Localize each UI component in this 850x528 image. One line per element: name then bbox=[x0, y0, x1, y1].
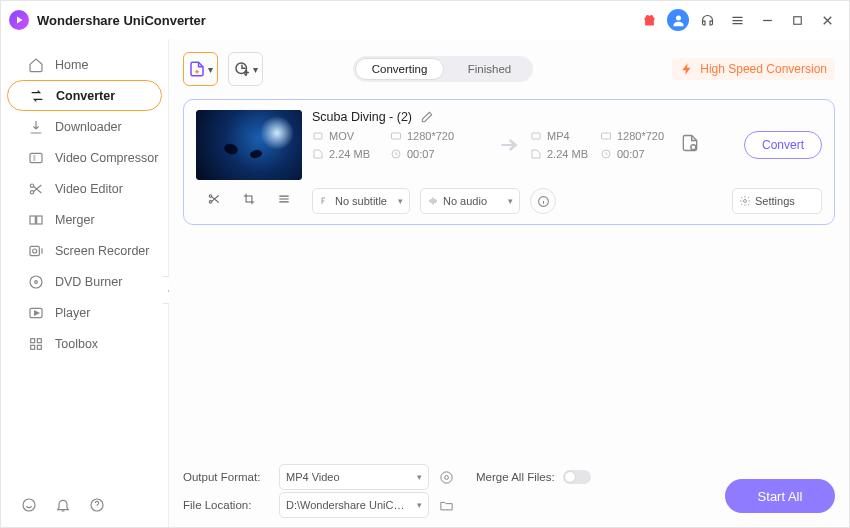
start-all-button[interactable]: Start All bbox=[725, 479, 835, 513]
svg-rect-13 bbox=[37, 338, 41, 342]
help-icon[interactable] bbox=[89, 497, 105, 517]
grid-icon bbox=[27, 335, 45, 353]
gift-icon[interactable] bbox=[637, 8, 661, 32]
more-icon[interactable] bbox=[277, 192, 291, 210]
svg-rect-23 bbox=[602, 133, 611, 139]
file-settings-button[interactable]: Settings bbox=[732, 188, 822, 214]
tab-converting[interactable]: Converting bbox=[355, 58, 444, 80]
audio-value: No audio bbox=[443, 195, 487, 207]
source-size: 2.24 MB bbox=[312, 148, 390, 160]
recorder-icon bbox=[27, 242, 45, 260]
maximize-icon[interactable] bbox=[785, 8, 809, 32]
merge-label: Merge All Files: bbox=[476, 471, 555, 483]
svg-rect-6 bbox=[37, 216, 42, 224]
scissors-icon bbox=[27, 180, 45, 198]
chevron-down-icon: ▾ bbox=[253, 64, 258, 75]
sidebar-item-label: Player bbox=[55, 306, 90, 320]
file-title: Scuba Diving - (2) bbox=[312, 110, 412, 124]
source-format: MOV bbox=[312, 130, 390, 142]
sidebar-item-downloader[interactable]: Downloader bbox=[7, 111, 162, 142]
menu-icon[interactable] bbox=[725, 8, 749, 32]
add-url-button[interactable]: ▾ bbox=[228, 52, 263, 86]
video-thumbnail[interactable] bbox=[196, 110, 302, 180]
sidebar-item-label: Merger bbox=[55, 213, 95, 227]
crop-icon[interactable] bbox=[242, 192, 256, 210]
source-resolution: 1280*720 bbox=[390, 130, 480, 142]
download-icon bbox=[27, 118, 45, 136]
arrow-right-icon bbox=[490, 132, 530, 158]
tab-finished[interactable]: Finished bbox=[446, 56, 533, 82]
tab-label: Finished bbox=[468, 63, 511, 75]
info-button[interactable] bbox=[530, 188, 556, 214]
svg-point-8 bbox=[33, 249, 37, 253]
feedback-icon[interactable] bbox=[21, 497, 37, 517]
sidebar-item-converter[interactable]: Converter bbox=[7, 80, 162, 111]
gear-icon bbox=[739, 195, 751, 207]
support-icon[interactable] bbox=[695, 8, 719, 32]
target-size: 2.24 MB bbox=[530, 148, 600, 160]
home-icon bbox=[27, 56, 45, 74]
high-speed-toggle[interactable]: High Speed Conversion bbox=[672, 58, 835, 80]
sidebar-item-merger[interactable]: Merger bbox=[7, 204, 162, 235]
close-icon[interactable] bbox=[815, 8, 839, 32]
play-icon bbox=[27, 304, 45, 322]
subtitle-select[interactable]: No subtitle▾ bbox=[312, 188, 410, 214]
sidebar-item-label: Screen Recorder bbox=[55, 244, 150, 258]
compress-icon bbox=[27, 149, 45, 167]
disc-icon bbox=[27, 273, 45, 291]
svg-point-27 bbox=[209, 201, 212, 204]
target-resolution: 1280*720 bbox=[600, 130, 680, 142]
bell-icon[interactable] bbox=[55, 497, 71, 517]
svg-point-10 bbox=[35, 280, 38, 283]
trim-icon[interactable] bbox=[207, 192, 221, 210]
target-format: MP4 bbox=[530, 130, 600, 142]
open-folder-icon[interactable] bbox=[439, 498, 454, 513]
svg-rect-5 bbox=[30, 216, 35, 224]
output-settings-icon[interactable] bbox=[439, 470, 454, 485]
user-avatar-icon[interactable] bbox=[667, 9, 689, 31]
sidebar-item-recorder[interactable]: Screen Recorder bbox=[7, 235, 162, 266]
sidebar-item-toolbox[interactable]: Toolbox bbox=[7, 328, 162, 359]
svg-point-0 bbox=[676, 15, 681, 20]
tab-label: Converting bbox=[372, 63, 428, 75]
audio-select[interactable]: No audio▾ bbox=[420, 188, 520, 214]
audio-icon bbox=[427, 195, 439, 207]
target-duration: 00:07 bbox=[600, 148, 680, 160]
converter-icon bbox=[28, 87, 46, 105]
sidebar-item-player[interactable]: Player bbox=[7, 297, 162, 328]
sidebar-item-label: Video Compressor bbox=[55, 151, 158, 165]
svg-rect-2 bbox=[30, 153, 42, 162]
svg-rect-20 bbox=[392, 133, 401, 139]
svg-point-31 bbox=[441, 471, 452, 482]
sidebar-item-editor[interactable]: Video Editor bbox=[7, 173, 162, 204]
status-tabs: Converting Finished bbox=[353, 56, 533, 82]
main-panel: ▾ ▾ Converting Finished High Speed Conve… bbox=[169, 39, 849, 527]
minimize-icon[interactable] bbox=[755, 8, 779, 32]
app-logo bbox=[9, 10, 29, 30]
bolt-icon bbox=[680, 62, 694, 76]
sidebar-item-compressor[interactable]: Video Compressor bbox=[7, 142, 162, 173]
svg-rect-22 bbox=[532, 133, 540, 139]
settings-label: Settings bbox=[755, 195, 795, 207]
app-title: Wondershare UniConverter bbox=[37, 13, 206, 28]
output-format-value: MP4 Video bbox=[286, 471, 340, 483]
svg-rect-19 bbox=[314, 133, 322, 139]
output-preset-button[interactable] bbox=[680, 133, 710, 157]
svg-point-26 bbox=[209, 195, 212, 198]
edit-icon[interactable] bbox=[420, 110, 434, 124]
merge-toggle[interactable] bbox=[563, 470, 591, 484]
svg-point-29 bbox=[744, 200, 747, 203]
svg-point-9 bbox=[30, 276, 42, 288]
subtitle-icon bbox=[319, 195, 331, 207]
add-file-button[interactable]: ▾ bbox=[183, 52, 218, 86]
subtitle-value: No subtitle bbox=[335, 195, 387, 207]
svg-rect-12 bbox=[31, 338, 35, 342]
sidebar: Home Converter Downloader Video Compress… bbox=[1, 39, 169, 527]
sidebar-item-home[interactable]: Home bbox=[7, 49, 162, 80]
output-format-select[interactable]: MP4 Video▾ bbox=[279, 464, 429, 490]
convert-button[interactable]: Convert bbox=[744, 131, 822, 159]
file-location-select[interactable]: D:\Wondershare UniConverter▾ bbox=[279, 492, 429, 518]
sidebar-item-dvd[interactable]: DVD Burner bbox=[7, 266, 162, 297]
svg-point-16 bbox=[23, 499, 35, 511]
svg-rect-15 bbox=[37, 345, 41, 349]
